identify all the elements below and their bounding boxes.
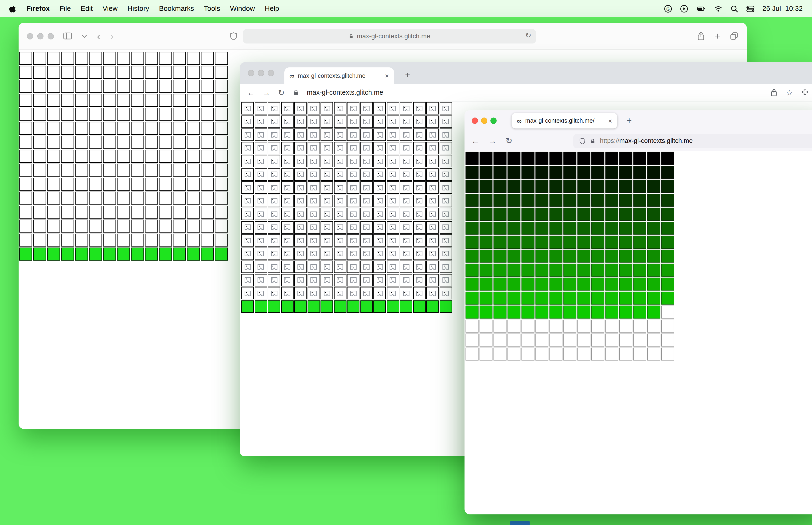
menu-edit[interactable]: Edit xyxy=(81,5,93,13)
back-button[interactable]: ← xyxy=(471,137,479,145)
g-circle-icon[interactable] xyxy=(664,4,672,13)
forward-button[interactable]: → xyxy=(488,137,496,145)
spotlight-search-icon[interactable] xyxy=(730,4,738,13)
broken-image-icon xyxy=(363,132,370,137)
grid-cell xyxy=(633,320,646,332)
broken-image-icon xyxy=(429,251,436,256)
grid-cell xyxy=(334,181,346,194)
menu-history[interactable]: History xyxy=(127,5,149,13)
grid-cell xyxy=(281,181,293,194)
broken-image-icon xyxy=(257,185,264,190)
grid-cell xyxy=(321,247,333,260)
grid-cell xyxy=(563,320,576,332)
broken-image-icon xyxy=(389,290,396,296)
share-icon[interactable] xyxy=(770,89,778,96)
forward-button[interactable]: › xyxy=(110,30,114,42)
traffic-lights[interactable] xyxy=(472,118,497,124)
grid-cell xyxy=(619,291,632,304)
sidebar-toggle-icon[interactable] xyxy=(63,31,72,40)
address-bar[interactable]: max-gl-contexts.glitch.me xyxy=(307,89,383,96)
grid-cell xyxy=(19,220,32,232)
menu-help[interactable]: Help xyxy=(265,5,279,13)
chevron-down-icon[interactable] xyxy=(81,33,88,39)
battery-icon[interactable] xyxy=(696,4,706,13)
grid-cell xyxy=(400,300,412,313)
broken-image-icon xyxy=(376,277,383,283)
tab-overview-icon[interactable] xyxy=(730,31,738,40)
grid-cell xyxy=(479,348,492,360)
back-button[interactable]: ← xyxy=(247,89,255,96)
grid-cell xyxy=(494,166,507,179)
tab-max-gl-contexts[interactable]: ∞ max-gl-contexts.glitch.me × xyxy=(284,68,394,84)
address-bar[interactable]: max-gl-contexts.glitch.me ↻ xyxy=(243,29,536,43)
zoom-window-button[interactable] xyxy=(268,70,274,76)
traffic-lights[interactable] xyxy=(27,33,54,39)
new-tab-button[interactable]: + xyxy=(623,115,635,127)
minimize-window-button[interactable] xyxy=(37,33,44,39)
grid-cell xyxy=(173,178,186,191)
grid-cell xyxy=(33,192,46,205)
menu-bar: Firefox File Edit View History Bookmarks… xyxy=(0,0,812,17)
lock-icon[interactable] xyxy=(292,89,299,96)
grid-cell xyxy=(400,247,412,260)
reload-button[interactable]: ↻ xyxy=(505,137,512,145)
broken-image-icon xyxy=(442,119,449,124)
menu-tools[interactable]: Tools xyxy=(204,5,220,13)
broken-image-icon xyxy=(271,238,277,243)
grid-cell xyxy=(131,164,144,177)
zoom-window-button[interactable] xyxy=(490,118,496,124)
broken-image-icon xyxy=(429,211,436,217)
tab-close-icon[interactable]: × xyxy=(608,117,612,124)
grid-cell xyxy=(294,247,307,260)
zoom-window-button[interactable] xyxy=(48,33,54,39)
minimize-window-button[interactable] xyxy=(258,70,264,76)
lock-icon[interactable] xyxy=(590,138,596,144)
menu-file[interactable]: File xyxy=(60,5,71,13)
new-tab-button[interactable]: + xyxy=(715,31,720,41)
broken-image-icon xyxy=(337,277,343,283)
grid-cell xyxy=(386,274,399,286)
new-tab-button[interactable]: + xyxy=(401,69,414,81)
broken-image-icon xyxy=(337,238,343,243)
grid-cell xyxy=(241,287,254,299)
grid-cell xyxy=(75,94,88,107)
address-bar[interactable]: https://max-gl-contexts.glitch.me xyxy=(573,134,812,148)
tab-close-icon[interactable]: × xyxy=(385,72,389,79)
minimize-window-button[interactable] xyxy=(481,118,487,124)
grid-cell xyxy=(592,222,604,235)
close-window-button[interactable] xyxy=(27,33,33,39)
broken-image-icon xyxy=(389,171,396,177)
menu-app-firefox[interactable]: Firefox xyxy=(26,5,49,13)
menubar-clock[interactable]: 26 Jul 10:32 xyxy=(763,5,803,13)
broken-image-icon xyxy=(350,119,357,124)
menu-bookmarks[interactable]: Bookmarks xyxy=(159,5,194,13)
extensions-puzzle-icon[interactable] xyxy=(801,89,809,96)
broken-image-icon xyxy=(429,145,436,151)
grid-cell xyxy=(159,80,172,93)
menu-window[interactable]: Window xyxy=(230,5,255,13)
close-window-button[interactable] xyxy=(472,118,478,124)
url-text: https://max-gl-contexts.glitch.me xyxy=(600,137,693,145)
privacy-shield-icon[interactable] xyxy=(229,32,238,40)
forward-button[interactable]: → xyxy=(262,89,270,96)
grid-cell xyxy=(255,287,267,299)
back-button[interactable]: ‹ xyxy=(97,30,101,42)
wifi-icon[interactable] xyxy=(714,4,722,13)
menu-view[interactable]: View xyxy=(103,5,118,13)
control-center-icon[interactable] xyxy=(746,4,754,13)
grid-cell xyxy=(103,206,116,219)
reload-icon[interactable]: ↻ xyxy=(525,31,532,39)
broken-image-icon xyxy=(323,171,330,177)
share-icon[interactable] xyxy=(696,31,705,40)
broken-image-icon xyxy=(310,211,317,217)
bookmark-star-icon[interactable]: ☆ xyxy=(786,89,793,96)
tab-max-gl-contexts[interactable]: ∞ max-gl-contexts.glitch.me/ × xyxy=(512,113,617,128)
grid-cell xyxy=(373,102,386,115)
play-circle-icon[interactable] xyxy=(680,4,688,13)
grid-cell xyxy=(347,129,359,141)
tracking-shield-icon[interactable] xyxy=(579,137,586,144)
traffic-lights[interactable] xyxy=(248,70,274,76)
reload-button[interactable]: ↻ xyxy=(278,89,285,96)
apple-menu[interactable] xyxy=(10,4,17,13)
close-window-button[interactable] xyxy=(248,70,254,76)
